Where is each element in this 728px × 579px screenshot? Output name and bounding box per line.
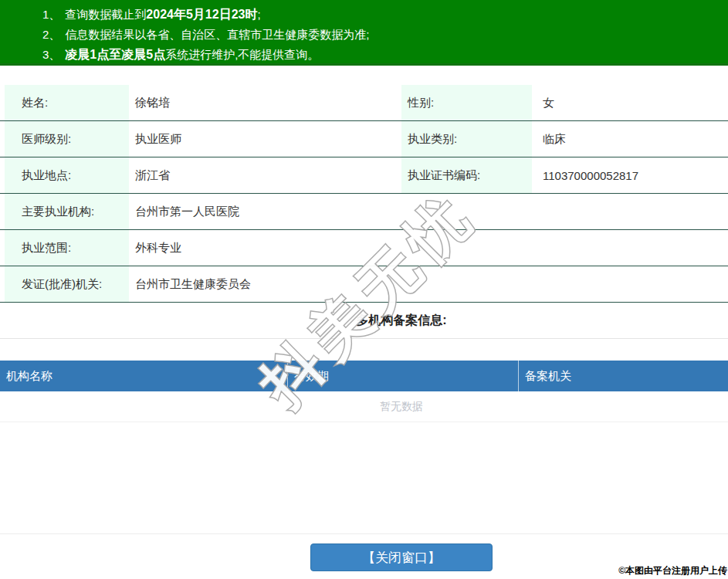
notice-line-bold: 凌晨1点至凌晨5点 (65, 48, 165, 61)
practice-location-value: 浙江省 (129, 157, 401, 193)
issuing-authority-value: 台州市卫生健康委员会 (129, 266, 728, 302)
notice-banner: 1、查询数据截止到2024年5月12日23时; 2、信息数据结果以各省、自治区、… (0, 0, 728, 66)
practice-scope-value: 外科专业 (129, 230, 728, 266)
name-label: 姓名: (5, 85, 129, 120)
notice-line-number: 1、 (42, 8, 60, 21)
column-header-record-authority: 备案机关 (518, 361, 728, 391)
records-empty-placeholder: 暂无数据 (0, 391, 728, 422)
copyright-notice: ©本图由平台注册用户上传 (618, 564, 727, 577)
column-header-validity-period: 有效期 (287, 361, 518, 391)
main-institution-value: 台州市第一人民医院 (129, 194, 728, 229)
practice-scope-label: 执业范围: (5, 230, 129, 266)
close-window-button[interactable]: 【关闭窗口】 (310, 543, 493, 571)
table-row-issuing-authority: 发证(批准)机关: 台州市卫生健康委员会 (0, 266, 728, 303)
table-row-main-institution: 主要执业机构: 台州市第一人民医院 (0, 194, 728, 230)
notice-line-2: 2、信息数据结果以各省、自治区、直辖市卫生健康委数据为准; (42, 25, 728, 45)
issuing-authority-label: 发证(批准)机关: (5, 266, 129, 302)
table-row-location-license: 执业地点: 浙江省 执业证书编码: 110370000052817 (0, 157, 728, 194)
doctor-level-value: 执业医师 (129, 121, 401, 157)
table-row-practice-scope: 执业范围: 外科专业 (0, 230, 728, 266)
notice-line-text: 查询数据截止到 (65, 8, 146, 21)
main-institution-label: 主要执业机构: (5, 194, 129, 229)
multi-institution-records-title: 多机构备案信息: (0, 303, 728, 339)
practice-category-value: 临床 (532, 121, 728, 157)
doctor-level-label: 医师级别: (5, 121, 129, 157)
notice-line-number: 2、 (42, 28, 60, 41)
notice-line-text: 系统进行维护,不能提供查询。 (165, 48, 319, 61)
practice-location-label: 执业地点: (5, 157, 129, 193)
notice-line-text: 信息数据结果以各省、自治区、直辖市卫生健康委数据为准; (65, 28, 369, 41)
gender-value: 女 (532, 85, 728, 120)
records-table-header: 机构名称 有效期 备案机关 (0, 361, 728, 391)
notice-line-1: 1、查询数据截止到2024年5月12日23时; (42, 5, 728, 25)
column-header-institution-name: 机构名称 (0, 361, 287, 391)
license-number-label: 执业证书编码: (401, 157, 532, 193)
notice-line-text: ; (257, 8, 260, 21)
notice-line-3: 3、凌晨1点至凌晨5点系统进行维护,不能提供查询。 (42, 45, 728, 65)
license-number-value: 110370000052817 (532, 157, 728, 193)
practice-category-label: 执业类别: (401, 121, 532, 157)
notice-line-bold: 2024年5月12日23时 (146, 8, 257, 21)
gender-label: 性别: (401, 85, 532, 120)
table-row-level-category: 医师级别: 执业医师 执业类别: 临床 (0, 121, 728, 157)
name-value: 徐铭培 (129, 85, 401, 120)
table-row-name-gender: 姓名: 徐铭培 性别: 女 (0, 85, 728, 121)
doctor-detail-table: 姓名: 徐铭培 性别: 女 医师级别: 执业医师 执业类别: 临床 执业地点: … (0, 85, 728, 571)
notice-line-number: 3、 (42, 48, 60, 61)
